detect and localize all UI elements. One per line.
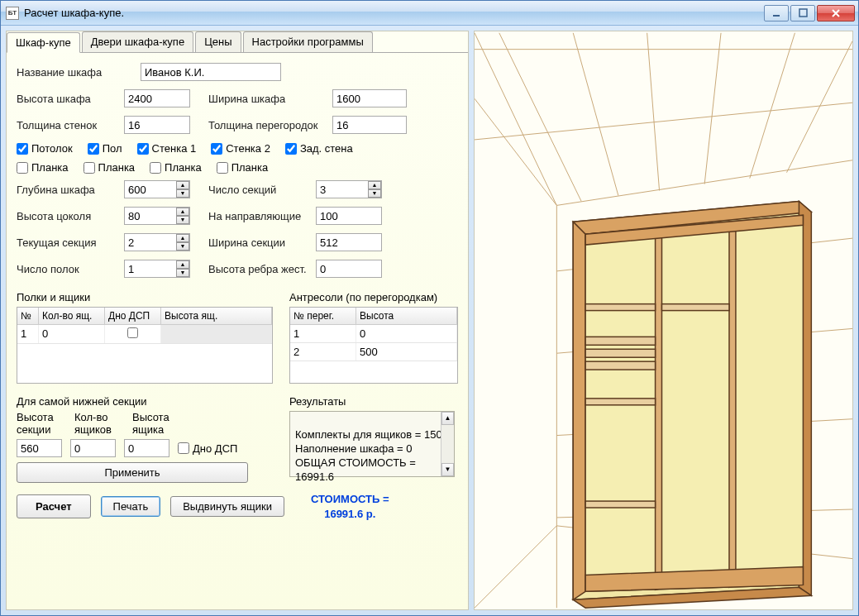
shelves-spinner[interactable]: ▲▼ [176,260,189,277]
svg-rect-30 [585,361,655,370]
checkbox-row-plank: ПланкаПланкаПланкаПланка [17,161,458,174]
dno-dsp-checkbox[interactable] [127,327,138,338]
check-top-checkbox-2[interactable] [137,143,149,155]
titlebar: БТ Расчет шкафа-купе. [1,1,858,26]
plinth-spinner[interactable]: ▲▼ [176,208,189,224]
rib-label: Высота ребра жест. [208,263,316,275]
maximize-button[interactable] [790,5,815,21]
svg-rect-32 [585,501,655,508]
results-scrollbar[interactable]: ▲▼ [441,412,454,476]
svg-line-8 [647,33,660,191]
check-plank-2[interactable]: Планка [150,161,202,174]
table-row[interactable]: 2500 [290,343,457,361]
results-title: Результаты [289,395,458,408]
check-plank-1[interactable]: Планка [84,161,136,174]
check-top-3[interactable]: Стенка 2 [211,142,270,155]
svg-line-13 [475,103,852,140]
svg-rect-28 [585,337,655,345]
svg-marker-25 [656,228,662,590]
close-button[interactable] [817,5,855,21]
plinth-label: Высота цоколя [17,210,124,222]
tabs: Шкаф-купе Двери шкафа-купе Цены Настройк… [7,31,468,53]
check-top-checkbox-3[interactable] [211,143,222,155]
section-width-label: Ширина секции [208,236,316,249]
checkbox-row-top: ПотолокПолСтенка 1Стенка 2Зад. стена [17,142,458,155]
svg-line-6 [499,33,581,202]
part-thick-input[interactable] [332,116,407,134]
check-plank-0[interactable]: Планка [17,161,69,174]
wall-thick-label: Толщина стенок [17,119,124,131]
depth-label: Глубина шкафа [17,184,124,196]
shelves-label: Число полок [17,263,124,275]
check-plank-checkbox-2[interactable] [150,162,161,174]
rib-input[interactable] [316,260,382,278]
app-icon: БТ [6,7,19,20]
tab-prices[interactable]: Цены [195,31,241,52]
check-top-checkbox-1[interactable] [88,143,99,155]
height-input[interactable] [124,89,190,107]
table-row[interactable]: 10 [290,325,457,343]
check-top-4[interactable]: Зад. стена [285,142,353,155]
client-area: Шкаф-купе Двери шкафа-купе Цены Настройк… [1,26,858,615]
mezz-grid-title: Антресоли (по перегородкам) [289,291,458,303]
table-row[interactable]: 1 0 [17,325,272,344]
bottom-count-input[interactable] [70,439,116,457]
check-plank-checkbox-1[interactable] [84,162,95,174]
check-top-checkbox-0[interactable] [17,143,28,155]
check-plank-checkbox-3[interactable] [217,162,228,174]
tab-doors[interactable]: Двери шкафа-купе [82,31,193,52]
part-thick-label: Толщина перегородок [208,119,332,131]
app-window: БТ Расчет шкафа-купе. Шкаф-купе Двери шк… [0,0,859,616]
bottom-height-input[interactable] [17,439,62,457]
sections-spinner[interactable]: ▲▼ [368,181,381,198]
svg-line-7 [573,33,618,196]
check-plank-3[interactable]: Планка [217,161,269,174]
svg-rect-0 [773,15,780,17]
tab-wardrobe[interactable]: Шкаф-купе [7,32,80,53]
rails-input[interactable] [316,207,382,225]
svg-rect-27 [585,304,655,311]
tab-settings[interactable]: Настройки программы [243,31,373,52]
check-top-0[interactable]: Потолок [17,142,73,155]
svg-rect-33 [662,304,729,311]
height-label: Высота шкафа [17,93,124,105]
bottom-boxheight-input[interactable] [124,439,169,457]
calc-button[interactable]: Расчет [17,494,91,518]
bottom-dno-checkbox[interactable] [178,442,189,454]
check-top-checkbox-4[interactable] [285,143,297,155]
sections-label: Число секций [208,184,316,196]
minimize-button[interactable] [764,5,789,21]
depth-spinner[interactable]: ▲▼ [176,181,189,198]
section-width-input[interactable] [316,233,382,251]
shelves-grid-title: Полки и ящики [17,291,273,303]
svg-line-18 [475,526,556,608]
svg-marker-23 [573,222,585,599]
width-input[interactable] [332,89,407,107]
cost-display: СТОИМОСТЬ =16991.6 р. [311,491,389,521]
left-panel: Шкаф-купе Двери шкафа-купе Цены Настройк… [6,31,469,610]
extend-drawers-button[interactable]: Выдвинуть ящики [170,496,284,517]
svg-rect-29 [585,349,655,357]
mezz-grid[interactable]: № перег. Высота 10 2500 [289,307,458,384]
check-top-2[interactable]: Стенка 1 [137,142,197,155]
cur-section-label: Текущая секция [17,236,124,249]
svg-line-11 [787,41,852,173]
name-label: Название шкафа [17,66,141,79]
svg-rect-1 [799,9,807,17]
apply-button[interactable]: Применить [17,462,248,483]
check-plank-checkbox-0[interactable] [17,162,28,174]
wall-thick-input[interactable] [124,116,190,134]
svg-line-10 [750,33,795,179]
check-top-1[interactable]: Пол [88,142,122,155]
svg-marker-26 [729,222,736,587]
results-box: Комплекты для ящиков = 1500 Наполнение ш… [289,411,455,477]
svg-line-5 [475,33,556,206]
cur-section-spinner[interactable]: ▲▼ [176,234,189,251]
window-title: Расчет шкафа-купе. [24,7,764,19]
svg-line-9 [704,33,721,184]
shelves-grid[interactable]: № Кол-во ящ. Дно ДСП Высота ящ. 1 0 [17,307,273,384]
print-button[interactable]: Печать [101,496,161,517]
name-input[interactable] [141,63,281,81]
rails-label: На направляющие [208,210,316,222]
preview-3d[interactable] [474,31,853,610]
